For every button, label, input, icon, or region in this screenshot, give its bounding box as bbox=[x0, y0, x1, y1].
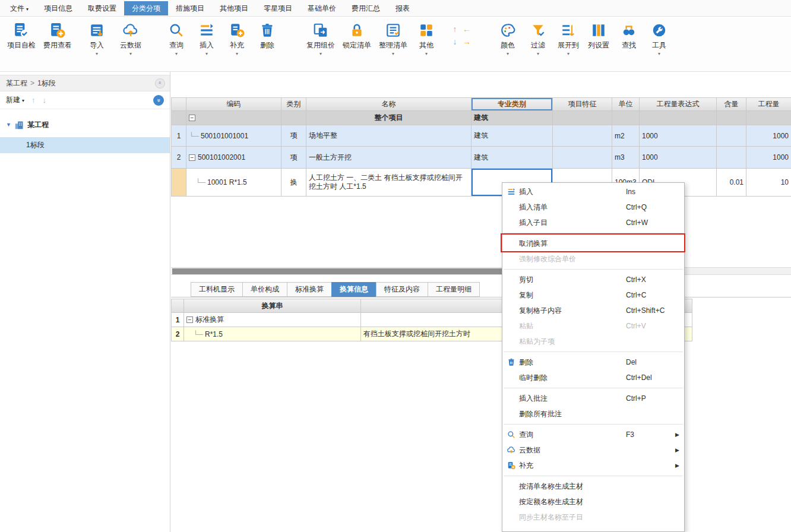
tree-expand-icon[interactable]: ▼ bbox=[6, 122, 11, 128]
tab-工程量明细[interactable]: 工程量明细 bbox=[428, 282, 480, 297]
tool-lock-list[interactable]: 锁定清单 bbox=[343, 23, 371, 57]
tree-node-section[interactable]: 1标段 bbox=[0, 137, 170, 153]
cell-qty[interactable]: 1000 bbox=[746, 125, 791, 147]
cell-cat[interactable] bbox=[281, 111, 306, 125]
col-header-项目特征[interactable]: 项目特征 bbox=[553, 97, 612, 111]
cell-rownum[interactable]: 2 bbox=[171, 147, 186, 169]
menu-tab-措施项目[interactable]: 措施项目 bbox=[168, 1, 212, 15]
cell-major[interactable]: 建筑 bbox=[472, 147, 553, 169]
move-down-icon[interactable]: ↓ bbox=[43, 96, 47, 104]
tool-color[interactable]: 颜色▾ bbox=[496, 23, 519, 57]
tool-other[interactable]: 其他▾ bbox=[415, 23, 438, 57]
col-header-rownum[interactable] bbox=[171, 97, 186, 111]
cell-cat[interactable]: 项 bbox=[281, 125, 306, 147]
cell-expr[interactable]: 1000 bbox=[640, 125, 717, 147]
tool-tools[interactable]: 工具▾ bbox=[648, 23, 670, 57]
tool-expand-to[interactable]: 展开到▾ bbox=[557, 23, 580, 57]
menu-item-补充[interactable]: 补充▶ bbox=[502, 458, 684, 473]
tool-reuse-price[interactable]: 复用组价▾ bbox=[306, 23, 335, 57]
move-up-icon[interactable]: ↑ bbox=[31, 96, 36, 104]
breadcrumb-project[interactable]: 某工程 bbox=[6, 78, 27, 88]
cell-expr[interactable]: 1000 bbox=[640, 147, 717, 169]
move-right-icon[interactable]: → bbox=[461, 37, 473, 49]
col-header-单位[interactable]: 单位 bbox=[612, 97, 640, 111]
menu-item-删除所有批注[interactable]: 删除所有批注 bbox=[502, 406, 684, 422]
cell-qty[interactable]: 10 bbox=[746, 169, 791, 197]
menu-item-按清单名称生成主材[interactable]: 按清单名称生成主材 bbox=[502, 479, 684, 494]
cell-name[interactable]: 人工挖土方 一、二类土 有挡土板支撑或挖桩间开挖土方时 人工*1.5 bbox=[306, 169, 472, 197]
tool-delete[interactable]: 删除 bbox=[256, 23, 279, 57]
horizontal-scrollbar[interactable] bbox=[171, 267, 791, 275]
cell-str[interactable]: −标准换算 bbox=[184, 313, 361, 327]
cell-qty[interactable]: 1000 bbox=[746, 147, 791, 169]
menu-tab-报表[interactable]: 报表 bbox=[388, 1, 417, 15]
new-button[interactable]: 新建▾ bbox=[6, 95, 24, 105]
menu-item-查询[interactable]: 查询F3▶ bbox=[502, 427, 684, 442]
menu-item-删除[interactable]: 删除Del bbox=[502, 354, 684, 370]
tree-node-project[interactable]: ▼ 某工程 bbox=[0, 117, 170, 132]
cell-unit[interactable]: m2 bbox=[612, 125, 640, 147]
expand-all-button[interactable]: » bbox=[153, 95, 164, 106]
col-header-含量[interactable]: 含量 bbox=[717, 97, 746, 111]
cell-rownum[interactable]: 2 bbox=[171, 327, 184, 341]
collapse-box-icon[interactable]: − bbox=[189, 115, 195, 121]
tab-单价构成[interactable]: 单价构成 bbox=[242, 282, 287, 297]
col-header-名称[interactable]: 名称 bbox=[306, 97, 472, 111]
tool-supplement[interactable]: 补充▾ bbox=[226, 23, 248, 57]
tool-insert[interactable]: 插入▾ bbox=[195, 23, 218, 57]
tool-import[interactable]: 导入▾ bbox=[86, 23, 108, 57]
menu-item-取消换算[interactable]: 取消换算 bbox=[502, 236, 684, 251]
collapse-box-icon[interactable]: − bbox=[186, 316, 193, 323]
menu-item-插入子目[interactable]: 插入子目Ctrl+W bbox=[502, 215, 684, 230]
menu-item-插入批注[interactable]: 插入批注Ctrl+P bbox=[502, 391, 684, 406]
menu-item-插入清单[interactable]: 插入清单Ctrl+Q bbox=[502, 200, 684, 215]
cell-rownum[interactable]: 1 bbox=[171, 313, 184, 327]
collapse-box-icon[interactable]: − bbox=[189, 154, 195, 161]
cell-feature[interactable] bbox=[553, 111, 612, 125]
col-header-换算串[interactable]: 换算串 bbox=[184, 299, 361, 313]
cell-major[interactable]: 建筑 bbox=[472, 111, 553, 125]
tab-特征及内容[interactable]: 特征及内容 bbox=[376, 282, 428, 297]
cell-unit[interactable]: m3 bbox=[612, 147, 640, 169]
menu-tab-基础单价[interactable]: 基础单价 bbox=[300, 1, 344, 15]
menu-item-剪切[interactable]: 剪切Ctrl+X bbox=[502, 272, 684, 287]
cell-code[interactable]: └─10001 R*1.5 bbox=[186, 169, 281, 197]
col-header-工程量表达式[interactable]: 工程量表达式 bbox=[640, 97, 717, 111]
cell-str[interactable]: └─R*1.5 bbox=[184, 327, 361, 341]
menu-item-临时删除[interactable]: 临时删除Ctrl+Del bbox=[502, 370, 684, 385]
col-header-工程量[interactable]: 工程量 bbox=[746, 97, 791, 111]
menu-item-插入[interactable]: 插入Ins bbox=[502, 184, 684, 200]
cell-rownum[interactable]: 1 bbox=[171, 125, 186, 147]
tool-query[interactable]: 查询▾ bbox=[165, 23, 188, 57]
cell-major[interactable]: 建筑 bbox=[472, 125, 553, 147]
collapse-panel-button[interactable]: » bbox=[155, 78, 165, 88]
cell-name[interactable]: 一般土方开挖 bbox=[306, 147, 472, 169]
tool-cost-view[interactable]: 费用查看 bbox=[43, 23, 72, 57]
menu-tab-取费设置[interactable]: 取费设置 bbox=[80, 1, 124, 15]
tool-cloud-data[interactable]: 云数据▾ bbox=[119, 23, 142, 57]
cell-cat[interactable]: 换 bbox=[281, 169, 306, 197]
cell-content[interactable]: 0.01 bbox=[717, 169, 746, 197]
tab-标准换算[interactable]: 标准换算 bbox=[287, 282, 332, 297]
cell-code[interactable]: − bbox=[186, 111, 281, 125]
cell-rownum[interactable] bbox=[171, 111, 186, 125]
cell-content[interactable] bbox=[717, 111, 746, 125]
tool-column-settings[interactable]: 列设置 bbox=[587, 23, 610, 57]
cell-rownum[interactable] bbox=[171, 169, 186, 197]
cell-code[interactable]: −500101002001 bbox=[186, 147, 281, 169]
tool-filter[interactable]: 过滤▾ bbox=[527, 23, 549, 57]
cell-cat[interactable]: 项 bbox=[281, 147, 306, 169]
cell-name[interactable]: 整个项目 bbox=[306, 111, 472, 125]
menu-item-云数据[interactable]: 云数据▶ bbox=[502, 442, 684, 458]
tool-project-check[interactable]: 项目自检 bbox=[7, 23, 36, 57]
cell-name[interactable]: 场地平整 bbox=[306, 125, 472, 147]
cell-content[interactable] bbox=[717, 125, 746, 147]
col-header-专业类别[interactable]: 专业类别 bbox=[472, 97, 553, 111]
cell-qty[interactable] bbox=[746, 111, 791, 125]
breadcrumb-section[interactable]: 1标段 bbox=[37, 78, 56, 88]
menu-tab-文件[interactable]: 文件▾ bbox=[2, 1, 36, 15]
tab-换算信息[interactable]: 换算信息 bbox=[331, 282, 376, 297]
col-header-编码[interactable]: 编码 bbox=[186, 97, 281, 111]
col-header-类别[interactable]: 类别 bbox=[281, 97, 306, 111]
menu-tab-项目信息[interactable]: 项目信息 bbox=[36, 1, 80, 15]
